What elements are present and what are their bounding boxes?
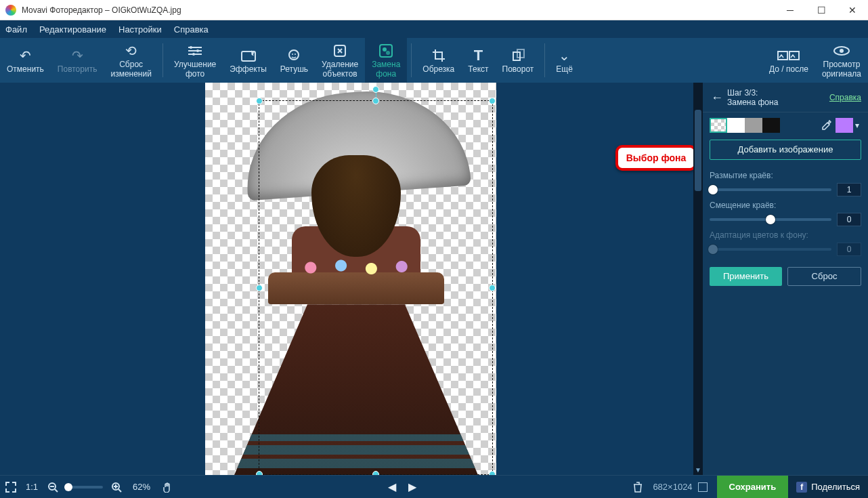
rotate-label: Поворот <box>502 65 534 75</box>
scroll-down-icon[interactable]: ▼ <box>693 466 703 474</box>
rotate-button[interactable]: Поворот <box>496 38 541 83</box>
toolbar: ↶ Отменить ↷ Повторить ⟲ Сброс изменений… <box>0 38 868 83</box>
fit-1-1-label: 1:1 <box>26 482 38 492</box>
undo-button[interactable]: ↶ Отменить <box>0 38 51 83</box>
workspace: Выбор фона ▼ ← Шаг 3/3: Замена фона Спра… <box>0 83 868 475</box>
resize-handle-ne[interactable] <box>489 98 496 104</box>
color-swatches: ▾ <box>703 112 868 136</box>
apply-button[interactable]: Применить <box>710 267 782 286</box>
zoom-percent: 62% <box>127 482 156 492</box>
vertical-scrollbar[interactable]: ▼ <box>693 83 703 475</box>
resize-handle-sw[interactable] <box>256 471 263 475</box>
swatch-gray[interactable] <box>745 118 762 133</box>
share-button[interactable]: f Поделиться <box>788 476 868 499</box>
head-shape <box>325 162 387 232</box>
eyedropper-button[interactable] <box>821 120 836 131</box>
text-button[interactable]: T Текст <box>461 38 495 83</box>
menu-settings[interactable]: Настройки <box>118 24 162 35</box>
window-maximize-button[interactable]: ☐ <box>806 0 837 20</box>
svg-point-9 <box>383 47 387 51</box>
redo-button[interactable]: ↷ Повторить <box>51 38 104 83</box>
image-canvas[interactable] <box>205 83 496 475</box>
zoom-slider-thumb[interactable] <box>64 483 72 491</box>
view-original-label: Просмотр оригинала <box>822 60 861 79</box>
fit-1-1-button[interactable]: 1:1 <box>22 476 42 499</box>
fullscreen-button[interactable] <box>0 476 22 499</box>
reset-label: Сброс изменений <box>110 60 151 79</box>
swatch-black[interactable] <box>762 118 780 133</box>
retouch-button[interactable]: Ретушь <box>274 38 315 83</box>
menubar: Файл Редактирование Настройки Справка <box>0 20 868 38</box>
more-button[interactable]: ⌄ Ещё <box>549 38 580 83</box>
menu-edit[interactable]: Редактирование <box>39 24 106 35</box>
reset-icon: ⟲ <box>125 41 137 60</box>
rotate-handle[interactable] <box>372 86 379 93</box>
next-image-button[interactable]: ▶ <box>408 480 416 493</box>
zoom-in-button[interactable] <box>106 476 127 499</box>
shift-value[interactable]: 0 <box>837 213 861 226</box>
enhance-button[interactable]: Улучшение фото <box>167 38 223 83</box>
add-image-label: Добавить изображение <box>738 144 833 154</box>
zoom-slider[interactable] <box>66 486 103 489</box>
save-label: Сохранить <box>729 482 777 492</box>
svg-point-16 <box>840 49 844 53</box>
blur-value[interactable]: 1 <box>837 183 861 196</box>
menu-help[interactable]: Справка <box>174 24 209 35</box>
resize-handle-w[interactable] <box>256 285 263 291</box>
resize-handle-e[interactable] <box>489 285 496 291</box>
view-original-button[interactable]: Просмотр оригинала <box>815 38 868 83</box>
before-after-button[interactable]: До / после <box>762 38 815 83</box>
toolbar-separator <box>544 43 545 77</box>
share-label: Поделиться <box>811 482 860 492</box>
menu-file[interactable]: Файл <box>5 24 27 35</box>
text-icon: T <box>474 46 483 65</box>
hand-tool-button[interactable] <box>156 476 177 499</box>
adapt-value: 0 <box>837 243 861 256</box>
window-minimize-button[interactable]: ─ <box>775 0 806 20</box>
canvas-size-icon[interactable] <box>698 482 708 492</box>
color-dropdown-icon[interactable]: ▾ <box>853 121 861 130</box>
svg-rect-14 <box>789 51 799 60</box>
add-image-button[interactable]: Добавить изображение <box>710 140 861 160</box>
shift-slider[interactable] <box>710 218 831 221</box>
prev-image-button[interactable]: ◀ <box>388 480 396 493</box>
crop-button[interactable]: Обрезка <box>416 38 461 83</box>
effects-icon <box>240 46 257 65</box>
resize-handle-se[interactable] <box>489 471 496 475</box>
delete-button[interactable] <box>627 476 649 499</box>
scrollbar-thumb[interactable] <box>695 110 701 191</box>
panel-help-link[interactable]: Справка <box>829 93 861 102</box>
background-change-button[interactable]: Замена фона <box>365 38 407 83</box>
selection-box[interactable] <box>259 100 493 475</box>
swatch-custom-color[interactable] <box>836 118 853 133</box>
effects-button[interactable]: Эффекты <box>223 38 274 83</box>
swatch-white[interactable] <box>727 118 745 133</box>
panel-back-button[interactable]: ← <box>707 91 727 105</box>
callout-annotation: Выбор фона <box>615 145 697 171</box>
apply-label: Применить <box>723 271 768 281</box>
before-after-icon <box>777 46 800 65</box>
more-label: Ещё <box>556 65 573 75</box>
reset-changes-button[interactable]: ⟲ Сброс изменений <box>104 38 158 83</box>
resize-handle-nw[interactable] <box>256 98 263 104</box>
app-logo-icon <box>5 5 16 16</box>
before-after-label: До / после <box>769 65 808 75</box>
save-button[interactable]: Сохранить <box>717 476 789 499</box>
svg-point-10 <box>386 51 390 55</box>
object-removal-icon <box>332 41 347 60</box>
blur-slider[interactable] <box>710 188 831 191</box>
image-dimensions: 682×1024 <box>653 482 692 492</box>
resize-handle-s[interactable] <box>372 471 379 475</box>
background-panel: ← Шаг 3/3: Замена фона Справка ▾ Добавит… <box>703 83 868 475</box>
window-close-button[interactable]: ✕ <box>837 0 868 20</box>
panel-reset-button[interactable]: Сброс <box>787 267 861 286</box>
blur-label: Размытие краёв: <box>710 171 861 180</box>
rotate-icon <box>511 46 525 65</box>
panel-title: Замена фона <box>727 98 829 107</box>
resize-handle-n[interactable] <box>372 98 379 104</box>
panel-step: Шаг 3/3: <box>727 88 829 98</box>
zoom-out-button[interactable] <box>42 476 64 499</box>
facebook-icon: f <box>796 482 807 493</box>
swatch-transparent[interactable] <box>710 118 727 133</box>
object-removal-button[interactable]: Удаление объектов <box>315 38 365 83</box>
